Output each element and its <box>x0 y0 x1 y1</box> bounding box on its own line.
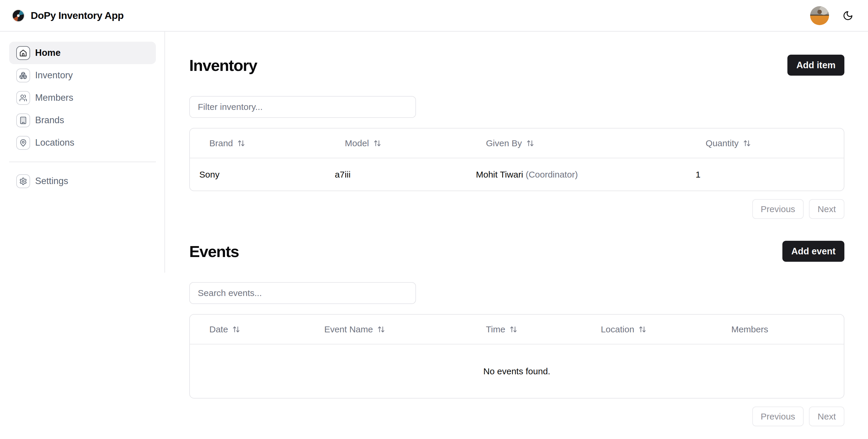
sidebar-item-members[interactable]: Members <box>9 87 156 109</box>
sidebar-item-inventory[interactable]: Inventory <box>9 64 156 87</box>
sort-header-time[interactable]: Time <box>466 324 518 334</box>
search-events-input[interactable] <box>189 282 416 304</box>
app-logo-aperture-icon <box>12 9 25 22</box>
inventory-section-header: Inventory Add item <box>189 55 844 76</box>
theme-toggle-button[interactable] <box>842 10 854 22</box>
inventory-table: Brand Model Given By Quantity <box>189 128 844 191</box>
inventory-table-header-row: Brand Model Given By Quantity <box>190 128 844 158</box>
sidebar-item-label: Home <box>35 48 61 58</box>
add-item-button[interactable]: Add item <box>787 55 844 76</box>
building-icon <box>16 113 30 127</box>
app-title: DoPy Inventory App <box>31 10 124 21</box>
header-members: Members <box>722 324 768 334</box>
events-next-button[interactable]: Next <box>809 407 844 426</box>
sort-header-quantity[interactable]: Quantity <box>686 138 751 148</box>
sidebar-item-label: Inventory <box>35 70 73 81</box>
sort-arrows-icon <box>232 326 240 333</box>
main-content: Inventory Add item Brand Model <box>165 32 868 439</box>
sidebar-item-locations[interactable]: Locations <box>9 131 156 154</box>
sort-arrows-icon <box>373 140 381 147</box>
given-by-role: (Coordinator) <box>526 170 578 179</box>
sort-arrows-icon <box>639 326 646 333</box>
sort-header-model[interactable]: Model <box>326 138 381 148</box>
users-icon <box>16 91 30 105</box>
inventory-previous-button[interactable]: Previous <box>752 199 804 219</box>
sort-arrows-icon <box>743 140 751 147</box>
sidebar-item-label: Members <box>35 92 73 103</box>
boxes-icon <box>16 68 30 82</box>
sort-header-given-by[interactable]: Given By <box>466 138 534 148</box>
sidebar-item-settings[interactable]: Settings <box>9 170 156 192</box>
sidebar-item-label: Settings <box>35 176 68 186</box>
sort-header-brand[interactable]: Brand <box>190 138 245 148</box>
add-event-button[interactable]: Add event <box>782 241 844 262</box>
sidebar: Home Inventory Members Brands Locations <box>0 32 165 439</box>
user-avatar[interactable] <box>810 6 829 25</box>
sort-header-location[interactable]: Location <box>581 324 646 334</box>
cell-quantity: 1 <box>686 158 844 191</box>
gear-icon <box>16 174 30 188</box>
filter-inventory-input[interactable] <box>189 96 416 118</box>
top-header: DoPy Inventory App <box>0 0 868 32</box>
inventory-table-row[interactable]: Sony a7iii Mohit Tiwari (Coordinator) 1 <box>190 158 844 191</box>
sidebar-section-divider <box>9 162 156 162</box>
events-title: Events <box>189 242 239 261</box>
sort-header-event-name[interactable]: Event Name <box>305 324 385 334</box>
sidebar-item-label: Locations <box>35 137 74 148</box>
events-empty-row: No events found. <box>190 344 844 398</box>
events-section-header: Events Add event <box>189 241 844 262</box>
moon-icon <box>843 10 853 21</box>
sort-header-date[interactable]: Date <box>190 324 240 334</box>
sort-arrows-icon <box>237 140 245 147</box>
cell-model: a7iii <box>326 158 466 191</box>
given-by-name: Mohit Tiwari <box>476 170 523 179</box>
events-table-header-row: Date Event Name Time Location <box>190 315 844 344</box>
events-previous-button[interactable]: Previous <box>752 407 804 426</box>
sidebar-item-label: Brands <box>35 115 64 125</box>
sort-arrows-icon <box>509 326 517 333</box>
sort-arrows-icon <box>377 326 385 333</box>
topbar-actions <box>810 6 854 25</box>
sort-arrows-icon <box>526 140 534 147</box>
events-pagination: Previous Next <box>189 407 844 426</box>
cell-brand: Sony <box>190 158 326 191</box>
inventory-pagination: Previous Next <box>189 199 844 219</box>
house-icon <box>16 46 30 60</box>
no-events-message: No events found. <box>190 344 844 398</box>
inventory-title: Inventory <box>189 56 257 75</box>
sidebar-item-brands[interactable]: Brands <box>9 109 156 131</box>
map-pin-icon <box>16 136 30 150</box>
brand: DoPy Inventory App <box>12 9 124 22</box>
cell-given-by: Mohit Tiwari (Coordinator) <box>466 158 686 191</box>
events-table: Date Event Name Time Location <box>189 314 844 399</box>
inventory-next-button[interactable]: Next <box>809 199 844 219</box>
sidebar-divider-line <box>164 0 165 273</box>
sidebar-item-home[interactable]: Home <box>9 42 156 64</box>
